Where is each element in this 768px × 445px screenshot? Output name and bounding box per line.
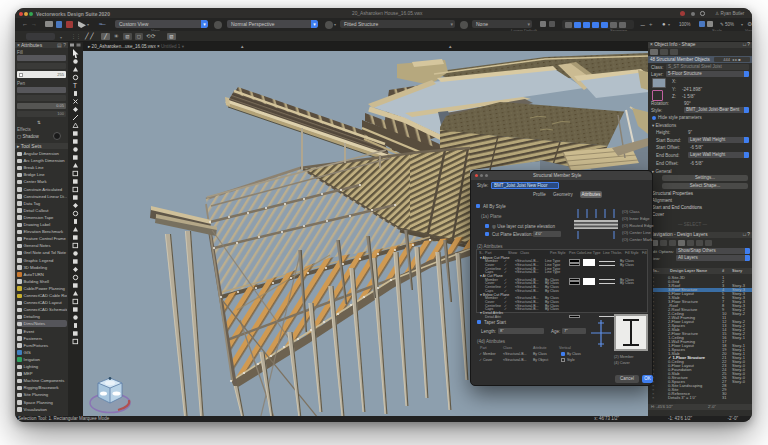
svg-text:T: T xyxy=(73,82,77,89)
